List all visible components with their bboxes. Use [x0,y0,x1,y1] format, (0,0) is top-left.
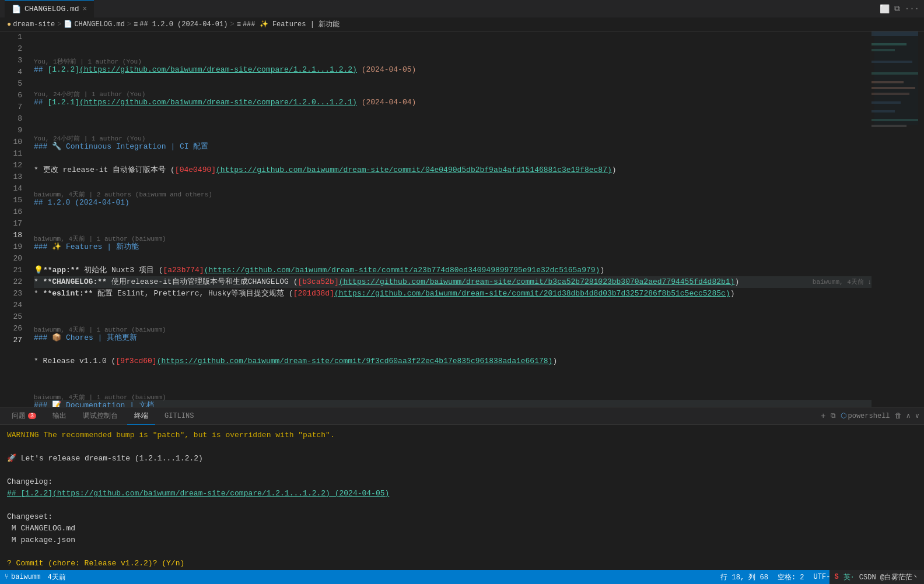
line-number: 25 [0,311,22,323]
code-text [34,43,872,55]
code-text: 💡**app:** 初始化 Nuxt3 项目 ([a23b774](https:… [34,265,872,276]
breadcrumb: ● dream-site > 📄 CHANGELOG.md > ≡ ## 1.2… [0,17,924,31]
code-text [34,153,872,164]
trash-icon[interactable]: 🗑 [895,411,902,420]
code-segment: 💡 [34,266,43,275]
csdn-logo: S [834,573,838,581]
code-text: ### 📦 Chores | 其他更新 [34,332,872,344]
code-text [34,300,872,311]
add-terminal-icon[interactable]: + [821,411,825,421]
code-segment: **eslint:** [43,289,93,298]
code-segment: [1.2.2] [47,65,79,74]
powershell-icon: ⬡ [841,411,846,420]
code-text: * 更改 release-it 自动修订版本号 ([04e0490](https… [34,164,872,176]
editor-tab[interactable]: 📄 CHANGELOG.md × [5,0,94,17]
code-line [34,176,872,188]
spaces-indicator[interactable]: 空格: 2 [778,572,804,582]
csdn-watermark: CSDN @白雾茫茫丶 [859,572,919,582]
terminal-line [7,465,917,476]
circle-icon: ● [7,20,11,29]
terminal-selector[interactable]: ⬡ powershell [841,411,890,420]
line-number: 22 [0,276,22,288]
code-segment: ### 🔧 Continuous Integration | CI 配置 [34,142,208,151]
code-line [34,31,872,43]
line-number: 13 [0,171,22,183]
layout-icon[interactable]: ⬜ [880,4,890,14]
powershell-label: powershell [848,412,890,420]
inline-blame: baiwumm, 4天前 ↓ [813,276,872,288]
status-bar: ⑂ baiwumm 4天前 行 18, 列 68 空格: 2 UTF-8 LF … [0,570,924,584]
terminal-content[interactable]: WARNING The recommended bump is "patch",… [0,425,924,570]
git-branch[interactable]: ⑂ baiwumm [5,573,40,581]
code-segment: **app:** [43,266,79,275]
svg-rect-11 [872,125,907,127]
code-segment: [a23b774] [163,266,204,275]
code-line [34,209,872,220]
code-text [34,108,872,120]
breadcrumb-sep-3: > [230,20,234,29]
more-icon[interactable]: ··· [905,4,919,14]
code-line [34,43,872,55]
line-number: 8 [0,113,22,125]
file-icon: 📄 [64,20,72,29]
split-icon[interactable]: ⧉ [894,4,900,14]
terminal-line [7,546,917,558]
code-segment: (https://github.com/baiwumm/dream-site/c… [157,357,553,365]
code-text [34,31,872,43]
line-number: 17 [0,218,22,230]
code-line [34,367,872,379]
code-area[interactable]: You, 1秒钟前 | 1 author (You)## [1.2.2](htt… [29,31,872,407]
code-segment: ) [600,266,604,275]
line-number: 15 [0,195,22,206]
tab-label: CHANGELOG.md [24,5,79,13]
code-segment: (https://github.com/baiwumm/dream-site/c… [339,277,735,286]
line-number: 26 [0,323,22,335]
code-line [34,300,872,311]
code-line: * **eslint:** 配置 Eslint, Prettierrc, Hus… [34,288,872,300]
line-number: 7 [0,101,22,113]
code-segment: (2024-04-05) [357,65,416,74]
tab-problems[interactable]: 问题 3 [5,407,43,425]
breadcrumb-file[interactable]: 📄 CHANGELOG.md [64,20,124,29]
line-number: 1 [0,31,22,43]
code-segment: (https://github.com/baiwumm/dream-site/c… [79,98,357,107]
cursor-position[interactable]: 行 18, 列 68 [720,572,768,582]
tab-debug[interactable]: 调试控制台 [76,407,125,425]
tab-close-button[interactable]: × [83,5,87,13]
code-text: ### ✨ Features | 新功能 [34,241,872,253]
code-text [34,367,872,379]
code-segment: ) [734,277,739,286]
tab-gitlens[interactable]: GITLINS [158,407,201,425]
code-text: ## 1.2.0 (2024-04-01) [34,197,872,209]
panel-actions: + ⧉ ⬡ powershell 🗑 ∧ ∨ [821,411,919,421]
code-line: baiwumm, 4天前 | 2 authors (baiwumm and ot… [34,197,872,209]
chevron-down-icon[interactable]: ∨ [915,411,919,420]
line-number: 9 [0,125,22,136]
breadcrumb-sep-2: > [127,20,131,29]
split-terminal-icon[interactable]: ⧉ [831,412,836,420]
tab-terminal[interactable]: 终端 [127,407,155,425]
terminal-line: Changeset: [7,511,917,523]
vertical-scrollbar[interactable] [918,31,924,407]
code-segment: [9f3cd60] [116,357,156,365]
breadcrumb-subsection[interactable]: ≡ ### ✨ Features | 新功能 [237,19,340,29]
breadcrumb-sep-1: > [57,20,61,29]
code-line [34,311,872,323]
breadcrumb-repo[interactable]: ● dream-site [7,20,55,29]
chevron-up-icon[interactable]: ∧ [907,411,911,420]
symbol-icon-2: ≡ [237,20,241,29]
window-controls: ⬜ ⧉ ··· [880,4,919,14]
code-segment: ) [612,166,617,174]
terminal-line [7,441,917,453]
line-number: 27 [0,335,22,346]
code-text [34,209,872,220]
breadcrumb-section[interactable]: ≡ ## 1.2.0 (2024-04-01) [134,20,228,29]
editor-scroll[interactable]: 1234567891011121314151617181920212223242… [0,31,924,407]
code-text [34,220,872,232]
terminal-line: Changelog: [7,476,917,488]
tab-output[interactable]: 输出 [46,407,74,425]
code-line: You, 24小时前 | 1 author (You)## [1.2.1](ht… [34,97,872,108]
line-number: 18 [0,230,22,241]
line-number: 12 [0,160,22,171]
editor-main: 1234567891011121314151617181920212223242… [0,31,924,407]
